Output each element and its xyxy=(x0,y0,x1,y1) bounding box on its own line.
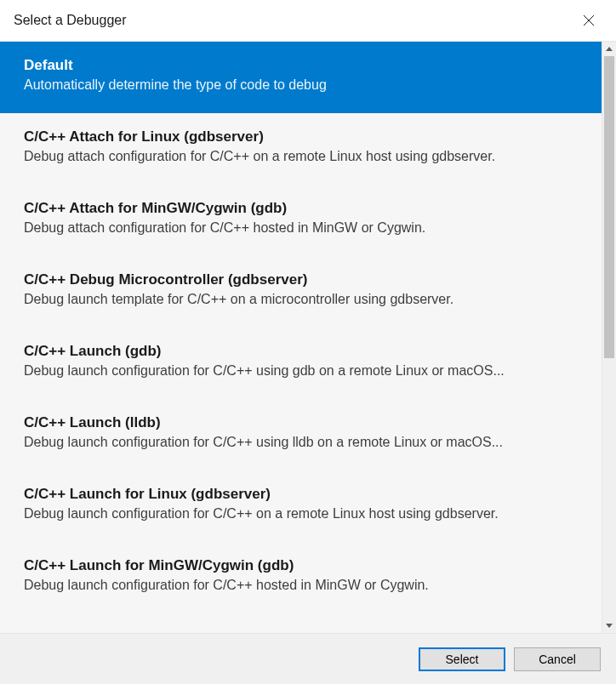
debugger-option-description: Debug attach configuration for C/C++ on … xyxy=(24,149,578,164)
list-container: DefaultAutomatically determine the type … xyxy=(0,41,616,633)
debugger-option-title: C/C++ Attach for MinGW/Cygwin (gdb) xyxy=(24,200,578,217)
debugger-option-description: Debug launch configuration for C/C++ usi… xyxy=(24,363,578,379)
close-icon xyxy=(583,14,595,26)
debugger-option-title: C/C++ Launch for MinGW/Cygwin (gdb) xyxy=(24,557,578,574)
scroll-down-arrow-icon[interactable] xyxy=(602,618,616,633)
titlebar: Select a Debugger xyxy=(0,0,616,41)
footer: Select Cancel xyxy=(0,633,616,684)
scrollbar[interactable] xyxy=(602,42,616,633)
debugger-option[interactable]: C/C++ Launch for Linux (gdbserver)Debug … xyxy=(0,470,602,542)
debugger-option-description: Debug launch template for C/C++ on a mic… xyxy=(24,292,578,307)
cancel-button[interactable]: Cancel xyxy=(514,647,601,671)
debugger-option[interactable]: C/C++ Launch (lldb)Debug launch configur… xyxy=(0,399,602,470)
debugger-list[interactable]: DefaultAutomatically determine the type … xyxy=(0,42,602,633)
debugger-option[interactable]: C/C++ Attach for Linux (gdbserver)Debug … xyxy=(0,113,602,185)
debugger-option-description: Debug attach configuration for C/C++ hos… xyxy=(24,220,578,236)
debugger-option[interactable]: C/C++ Attach for MinGW/Cygwin (gdb)Debug… xyxy=(0,185,602,256)
debugger-option[interactable]: DefaultAutomatically determine the type … xyxy=(0,42,602,113)
debugger-option-description: Debug launch configuration for C/C++ on … xyxy=(24,506,578,522)
scroll-up-arrow-icon[interactable] xyxy=(602,42,616,56)
select-button[interactable]: Select xyxy=(419,647,505,671)
debugger-option-title: Default xyxy=(24,57,578,74)
debugger-option-title: C/C++ Launch for Linux (gdbserver) xyxy=(24,486,578,503)
close-button[interactable] xyxy=(575,7,602,34)
debugger-option-description: Debug launch configuration for C/C++ usi… xyxy=(24,435,578,450)
debugger-option-title: C/C++ Launch (lldb) xyxy=(24,414,578,431)
debugger-option[interactable]: C/C++ Debug Microcontroller (gdbserver)D… xyxy=(0,256,602,328)
debugger-option-description: Automatically determine the type of code… xyxy=(24,77,578,93)
debugger-option-title: C/C++ Launch (gdb) xyxy=(24,343,578,360)
debugger-option[interactable]: C/C++ Launch (gdb)Debug launch configura… xyxy=(0,328,602,399)
window-title: Select a Debugger xyxy=(14,13,127,28)
debugger-option-title: C/C++ Debug Microcontroller (gdbserver) xyxy=(24,271,578,288)
scrollbar-thumb[interactable] xyxy=(604,56,614,358)
debugger-option-title: C/C++ Attach for Linux (gdbserver) xyxy=(24,128,578,145)
debugger-option[interactable]: C/C++ Launch for MinGW/Cygwin (gdb)Debug… xyxy=(0,542,602,613)
scrollbar-track[interactable] xyxy=(602,56,616,618)
debugger-option-description: Debug launch configuration for C/C++ hos… xyxy=(24,578,578,593)
